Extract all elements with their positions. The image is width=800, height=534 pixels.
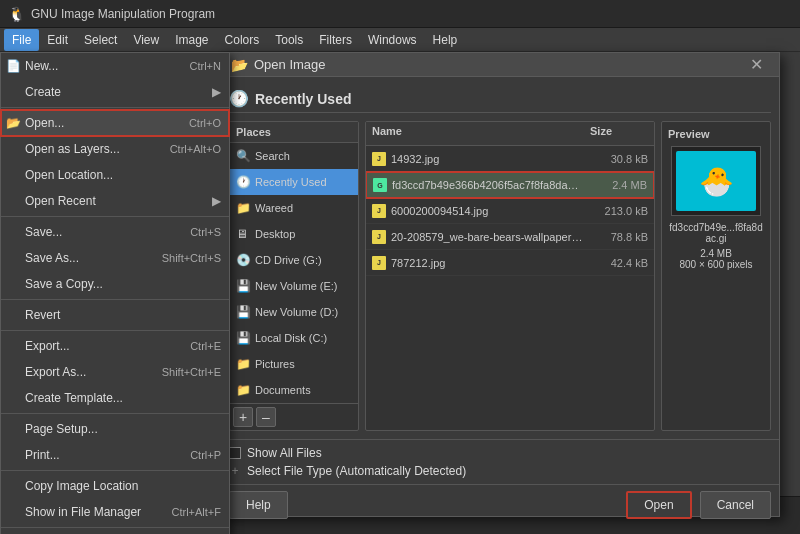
file-thumb-jpg4: J [372, 256, 386, 270]
preview-filename: fd3ccd7b49e...f8fa8dac.gi [668, 222, 764, 244]
places-item-pictures[interactable]: 📁 Pictures [230, 351, 358, 377]
menu-item-create-template[interactable]: Create Template... [1, 385, 229, 411]
file-thumb-jpg: J [372, 152, 386, 166]
file-item-gif[interactable]: G fd3ccd7b49e366b4206f5ac7f8fa8dac.gif 2… [366, 172, 654, 198]
places-add-button[interactable]: + [233, 407, 253, 427]
menu-item-create[interactable]: Create ▶ [1, 79, 229, 105]
preview-dimensions: 800 × 600 pixels [679, 259, 752, 270]
pictures-icon: 📁 [236, 357, 250, 371]
layers-icon [5, 141, 21, 157]
preview-chick-icon: 🐣 [699, 165, 734, 198]
menu-item-open-recent[interactable]: Open Recent ▶ [1, 188, 229, 214]
file-item-6000200[interactable]: J 6000200094514.jpg 213.0 kB [366, 198, 654, 224]
app-icon: 🐧 [8, 6, 25, 22]
menu-item-save-copy[interactable]: Save a Copy... [1, 271, 229, 297]
open-icon: 📂 [5, 115, 21, 131]
local-disk-icon: 💾 [236, 331, 250, 345]
file-thumb-gif: G [373, 178, 387, 192]
menu-edit[interactable]: Edit [39, 29, 76, 51]
dialog-close-button[interactable]: ✕ [744, 53, 769, 76]
title-bar: 🐧 GNU Image Manipulation Program [0, 0, 800, 28]
search-place-icon: 🔍 [236, 149, 250, 163]
preview-panel: Preview 🐣 fd3ccd7b49e...f8fa8dac.gi 2.4 … [661, 121, 771, 431]
menu-item-copy-location[interactable]: Copy Image Location [1, 473, 229, 499]
location-icon [5, 167, 21, 183]
menu-item-save[interactable]: Save... Ctrl+S [1, 219, 229, 245]
menu-tools[interactable]: Tools [267, 29, 311, 51]
menu-item-save-as[interactable]: Save As... Shift+Ctrl+S [1, 245, 229, 271]
menu-file[interactable]: File [4, 29, 39, 51]
menu-item-revert[interactable]: Revert [1, 302, 229, 328]
places-item-local-disk[interactable]: 💾 Local Disk (C:) [230, 325, 358, 351]
recent-place-icon: 🕐 [236, 175, 250, 189]
places-header: Places [230, 122, 358, 143]
menu-item-show-manager[interactable]: Show in File Manager Ctrl+Alt+F [1, 499, 229, 525]
col-name[interactable]: Name [366, 122, 584, 145]
menu-item-close-view[interactable]: Close View Ctrl+W [1, 530, 229, 534]
show-all-files-option[interactable]: Show All Files [229, 446, 771, 460]
files-header: Name Size [366, 122, 654, 146]
menu-filters[interactable]: Filters [311, 29, 360, 51]
menu-item-new[interactable]: 📄 New... Ctrl+N [1, 53, 229, 79]
menu-item-open-location[interactable]: Open Location... [1, 162, 229, 188]
files-panel: Name Size J 14932.jpg 30.8 kB G fd3ccd7b… [365, 121, 655, 431]
open-button[interactable]: Open [626, 491, 691, 519]
menu-windows[interactable]: Windows [360, 29, 425, 51]
recently-used-header: 🕐 Recently Used [229, 85, 771, 113]
places-item-vol-d[interactable]: 💾 New Volume (D:) [230, 299, 358, 325]
file-thumb-jpg3: J [372, 230, 386, 244]
create-icon [5, 84, 21, 100]
places-item-desktop[interactable]: 🖥 Desktop [230, 221, 358, 247]
desktop-icon: 🖥 [236, 227, 250, 241]
menu-item-export-as[interactable]: Export As... Shift+Ctrl+E [1, 359, 229, 385]
places-item-vol-e[interactable]: 💾 New Volume (E:) [230, 273, 358, 299]
cd-drive-icon: 💿 [236, 253, 250, 267]
volume-e-icon: 💾 [236, 279, 250, 293]
dialog-buttons: Help Open Cancel [221, 484, 779, 525]
gif-preview-content: 🐣 [676, 151, 756, 211]
col-size[interactable]: Size [584, 122, 654, 145]
menu-select[interactable]: Select [76, 29, 125, 51]
menu-item-page-setup[interactable]: Page Setup... [1, 416, 229, 442]
places-item-cd-drive[interactable]: 💿 CD Drive (G:) [230, 247, 358, 273]
places-item-documents[interactable]: 📁 Documents [230, 377, 358, 403]
file-thumb-jpg2: J [372, 204, 386, 218]
dialog-content: 🕐 Recently Used Places 🔍 Search 🕐 Recent… [221, 77, 779, 439]
places-item-search[interactable]: 🔍 Search [230, 143, 358, 169]
help-button[interactable]: Help [229, 491, 288, 519]
menu-bar: File Edit Select View Image Colors Tools… [0, 28, 800, 52]
new-icon: 📄 [5, 58, 21, 74]
menu-item-open-layers[interactable]: Open as Layers... Ctrl+Alt+O [1, 136, 229, 162]
file-item-787212[interactable]: J 787212.jpg 42.4 kB [366, 250, 654, 276]
menu-view[interactable]: View [125, 29, 167, 51]
preview-filesize: 2.4 MB [700, 248, 732, 259]
places-item-recently-used[interactable]: 🕐 Recently Used [230, 169, 358, 195]
open-image-dialog: 📂 Open Image ✕ 🕐 Recently Used Places 🔍 … [220, 52, 780, 517]
volume-d-icon: 💾 [236, 305, 250, 319]
files-list: J 14932.jpg 30.8 kB G fd3ccd7b49e366b420… [366, 146, 654, 430]
cancel-button[interactable]: Cancel [700, 491, 771, 519]
show-all-files-checkbox[interactable] [229, 447, 241, 459]
file-item-14932[interactable]: J 14932.jpg 30.8 kB [366, 146, 654, 172]
menu-help[interactable]: Help [425, 29, 466, 51]
folder-wareed-icon: 📁 [236, 201, 250, 215]
dialog-title: Open Image [254, 57, 744, 72]
places-remove-button[interactable]: – [256, 407, 276, 427]
menu-item-print[interactable]: Print... Ctrl+P [1, 442, 229, 468]
menu-item-export[interactable]: Export... Ctrl+E [1, 333, 229, 359]
file-item-bears[interactable]: J 20-208579_we-bare-bears-wallpaper-fre.… [366, 224, 654, 250]
recently-used-icon: 🕐 [229, 89, 249, 108]
places-panel: Places 🔍 Search 🕐 Recently Used 📁 Wareed… [229, 121, 359, 431]
menu-image[interactable]: Image [167, 29, 216, 51]
file-dropdown-menu: 📄 New... Ctrl+N Create ▶ 📂 Open... Ctrl+… [0, 52, 230, 534]
preview-label: Preview [668, 128, 710, 140]
menu-item-open[interactable]: 📂 Open... Ctrl+O [1, 110, 229, 136]
save-icon [5, 224, 21, 240]
select-file-type-option[interactable]: + Select File Type (Automatically Detect… [229, 464, 771, 478]
places-item-wareed[interactable]: 📁 Wareed [230, 195, 358, 221]
dialog-title-bar: 📂 Open Image ✕ [221, 53, 779, 77]
preview-image: 🐣 [671, 146, 761, 216]
places-actions: + – [230, 403, 358, 430]
menu-colors[interactable]: Colors [217, 29, 268, 51]
recently-used-title: Recently Used [255, 91, 351, 107]
